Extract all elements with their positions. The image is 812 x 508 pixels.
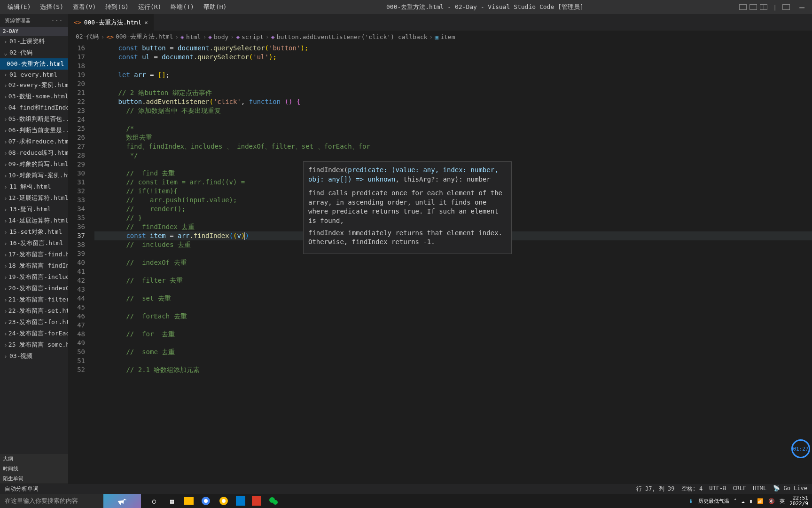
status-spaces[interactable]: 空格: 4	[681, 485, 703, 493]
weather-text[interactable]: 历史最低气温	[698, 498, 729, 505]
signature-desc2: findIndex immediately returns that eleme…	[308, 229, 507, 247]
file-10[interactable]: 10-对象简写-案例.ht...	[0, 170, 68, 181]
file-25[interactable]: 25-发布留言-some.h...	[0, 339, 68, 350]
status-bar: 自动分析单词 行 37, 列 39 空格: 4 UTF-8 CRLF HTML …	[0, 484, 812, 494]
menu-goto[interactable]: 转到(G)	[102, 1, 132, 13]
breadcrumbs[interactable]: 02-代码› <> 000-去重方法.html› ◈ html› ◈ body›…	[68, 31, 812, 43]
unknown-words-section[interactable]: 陌生单词	[0, 474, 68, 484]
file-12[interactable]: 12-延展运算符.html	[0, 192, 68, 204]
folder-video[interactable]: 03-视频	[0, 350, 68, 362]
task-view-icon[interactable]: ▦	[166, 495, 178, 507]
crumb-folder[interactable]: 02-代码	[76, 32, 99, 41]
outline-section[interactable]: 大纲	[0, 454, 68, 464]
file-17[interactable]: 17-发布留言-find.html	[0, 249, 68, 260]
status-lang[interactable]: HTML	[753, 485, 766, 493]
file-03[interactable]: 03-数组-some.html	[0, 91, 68, 102]
layout-right-icon[interactable]	[760, 4, 767, 10]
explorer-title: 资源管理器	[5, 17, 31, 24]
tab-active[interactable]: <> 000-去重方法.html ×	[68, 14, 154, 31]
file-11[interactable]: 11-解构.html	[0, 181, 68, 192]
windows-taskbar: 在这里输入你要搜索的内容 ◯ ▦ 🌡 历史最低气温 ˄ ☁ ▮ 📶 🔇 英 22…	[0, 494, 812, 508]
cube-icon: ◈	[180, 33, 184, 40]
folder-lesson[interactable]: 01-上课资料	[0, 36, 68, 47]
crumb-script[interactable]: script	[242, 33, 264, 40]
status-encoding[interactable]: UTF-8	[709, 485, 726, 493]
layout-left-icon[interactable]	[739, 4, 747, 10]
file-01[interactable]: 01-every.html	[0, 70, 68, 79]
window-title: 000-去重方法.html - 02-Day - Visual Studio C…	[230, 3, 739, 11]
code-editor[interactable]: 1617181920212223242526272829303132333435…	[68, 43, 812, 484]
file-02[interactable]: 02-every-案例.html	[0, 79, 68, 91]
file-16[interactable]: 16-发布留言.html	[0, 238, 68, 249]
volume-icon[interactable]: 🔇	[768, 498, 775, 504]
status-golive[interactable]: 📡 Go Live	[773, 485, 807, 493]
ime-indicator[interactable]: 英	[780, 498, 785, 505]
taskbar-clock[interactable]: 22:51 2022/9	[789, 495, 808, 507]
file-20[interactable]: 20-发布留言-indexO...	[0, 283, 68, 294]
signature-desc1: find calls predicate once for each eleme…	[308, 189, 507, 225]
timer-badge[interactable]: 01:27	[791, 439, 810, 458]
file-21[interactable]: 21-发布留言-filter.ht...	[0, 294, 68, 305]
menu-help[interactable]: 帮助(H)	[200, 1, 230, 13]
file-24[interactable]: 24-发布留言-forEac...	[0, 328, 68, 339]
workspace-root[interactable]: 2-DAY	[0, 27, 68, 36]
file-04[interactable]: 04-find和findIndex.h...	[0, 102, 68, 113]
menu-select[interactable]: 选择(S)	[36, 1, 67, 13]
svg-point-5	[273, 500, 278, 505]
folder-code[interactable]: 02-代码	[0, 47, 68, 58]
html-icon: <>	[74, 19, 81, 26]
signature-help-tooltip: findIndex(predicate: (value: any, index:…	[303, 161, 512, 254]
file-07[interactable]: 07-求和reduce.html	[0, 136, 68, 147]
file-19[interactable]: 19-发布留言-include...	[0, 271, 68, 283]
file-13[interactable]: 13-疑问.html	[0, 204, 68, 215]
file-explorer-icon[interactable]	[184, 497, 194, 505]
thermometer-icon[interactable]: 🌡	[688, 498, 694, 504]
file-05[interactable]: 05-数组判断是否包...	[0, 113, 68, 125]
status-left[interactable]: 自动分析单词	[5, 485, 39, 493]
app-red-icon[interactable]	[252, 496, 261, 506]
chrome-canary-icon[interactable]	[218, 495, 229, 507]
start-icon[interactable]: ◯	[148, 495, 160, 507]
cortana-icon[interactable]	[103, 494, 141, 508]
file-09[interactable]: 09-对象的简写.html	[0, 159, 68, 170]
crumb-callback[interactable]: button.addEventListener('click') callbac…	[277, 33, 428, 40]
file-08[interactable]: 08-reduce练习.html	[0, 147, 68, 159]
chrome-icon[interactable]	[200, 495, 211, 507]
status-eol[interactable]: CRLF	[733, 485, 746, 493]
tray-up-icon[interactable]: ˄	[734, 498, 737, 504]
file-23[interactable]: 23-发布留言-for.html	[0, 317, 68, 328]
explorer-header: 资源管理器 ···	[0, 14, 68, 27]
battery-icon[interactable]: ▮	[750, 498, 753, 504]
file-000[interactable]: 000-去重方法.html	[0, 58, 68, 70]
tab-label: 000-去重方法.html	[84, 18, 141, 27]
wifi-icon[interactable]: 📶	[757, 498, 764, 504]
crumb-file[interactable]: 000-去重方法.html	[116, 32, 173, 41]
status-cursor[interactable]: 行 37, 列 39	[636, 485, 675, 493]
onedrive-icon[interactable]: ☁	[742, 498, 745, 504]
menu-view[interactable]: 查看(V)	[69, 1, 100, 13]
taskbar-search[interactable]: 在这里输入你要搜索的内容	[0, 494, 103, 508]
timeline-section[interactable]: 时间线	[0, 464, 68, 474]
customize-layout-icon[interactable]	[782, 4, 790, 10]
file-06[interactable]: 06-判断当前变量是...	[0, 125, 68, 136]
file-15[interactable]: 15-set对象.html	[0, 226, 68, 238]
cube-icon: ◈	[208, 33, 212, 40]
menu-run[interactable]: 运行(R)	[134, 1, 165, 13]
crumb-item[interactable]: item	[440, 33, 455, 40]
close-icon[interactable]: ×	[144, 19, 148, 26]
file-18[interactable]: 18-发布留言-findInd...	[0, 260, 68, 271]
layout-bottom-icon[interactable]	[750, 4, 757, 10]
minimize-button[interactable]: —	[796, 2, 808, 12]
crumb-body[interactable]: body	[214, 33, 228, 40]
menu-terminal[interactable]: 终端(T)	[167, 1, 197, 13]
explorer-more-icon[interactable]: ···	[51, 17, 63, 24]
file-14[interactable]: 14-延展运算符.html	[0, 215, 68, 226]
vscode-icon[interactable]	[236, 496, 245, 506]
menu-edit[interactable]: 编辑(E)	[4, 1, 34, 13]
code-lines[interactable]: const button = document.querySelector('b…	[94, 43, 812, 484]
wechat-icon[interactable]	[268, 495, 279, 507]
file-22[interactable]: 22-发布留言-set.html	[0, 305, 68, 317]
crumb-html[interactable]: html	[186, 33, 201, 40]
menu-bar: 编辑(E) 选择(S) 查看(V) 转到(G) 运行(R) 终端(T) 帮助(H…	[4, 1, 230, 13]
svg-point-3	[222, 499, 226, 503]
